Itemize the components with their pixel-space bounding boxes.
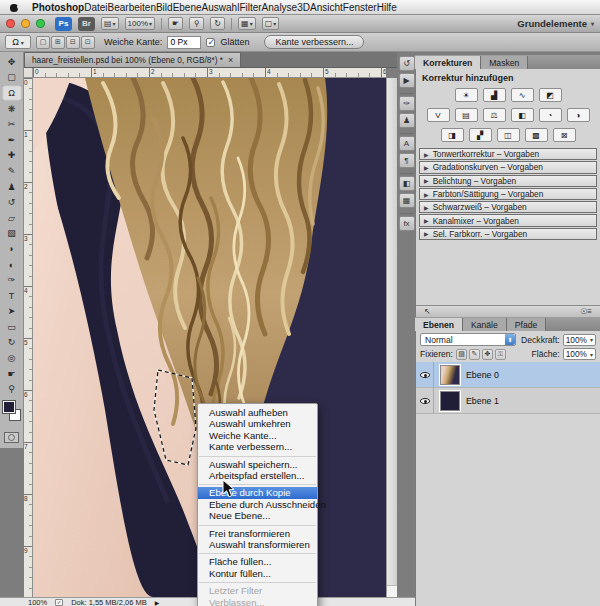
context-menu-item[interactable]: Auswahl speichern...: [198, 459, 317, 470]
view-extras-button[interactable]: ▤▾: [101, 17, 119, 30]
menu-item[interactable]: Photoshop: [32, 2, 84, 13]
apple-logo-icon[interactable]: [10, 2, 19, 12]
intersect-selection-mode[interactable]: ⊡: [81, 36, 95, 49]
curves-icon[interactable]: ∿: [511, 88, 534, 102]
Ebene 0[interactable]: Ebene 0: [416, 362, 600, 388]
feather-input[interactable]: [167, 36, 201, 49]
menu-item[interactable]: Ansicht: [310, 2, 343, 13]
3d-rotate-tool[interactable]: ↻: [2, 335, 22, 351]
context-menu-item[interactable]: Fläche füllen...: [198, 556, 317, 567]
blur-tool[interactable]: ◗: [2, 241, 22, 257]
context-menu-item[interactable]: Arbeitspfad erstellen...: [198, 470, 317, 481]
panel-tab[interactable]: Ebenen: [415, 318, 463, 331]
quick-mask-button[interactable]: [4, 432, 19, 443]
blend-mode-select[interactable]: Normal⬍: [420, 333, 516, 346]
context-menu-item[interactable]: Kontur füllen...: [198, 568, 317, 579]
preset-group[interactable]: ▶Schwarzweiß – Vorgaben: [419, 201, 597, 213]
invert-icon[interactable]: ◨: [441, 128, 464, 142]
styles-panel-icon[interactable]: fx: [399, 216, 415, 231]
healing-brush-tool[interactable]: ✚: [2, 148, 22, 164]
threshold-icon[interactable]: ◫: [497, 128, 520, 142]
context-menu-item[interactable]: Kante verbessern...: [198, 441, 317, 452]
panel-tab[interactable]: Masken: [481, 56, 528, 69]
window-minimize-button[interactable]: [21, 19, 30, 28]
quick-selection-tool[interactable]: ❋: [2, 101, 22, 117]
context-menu-item[interactable]: Letzter Filter: [198, 585, 317, 596]
preset-group[interactable]: ▶Belichtung – Vorgaben: [419, 175, 597, 187]
rotate-view-button[interactable]: ↻: [210, 17, 225, 30]
add-selection-mode[interactable]: ⊞: [51, 36, 65, 49]
posterize-icon[interactable]: ▞: [469, 128, 492, 142]
eyedropper-tool[interactable]: ✒: [2, 132, 22, 148]
clone-source-panel-icon[interactable]: ♟: [399, 113, 415, 128]
disclosure-triangle-icon[interactable]: ▶: [424, 230, 429, 237]
history-panel-icon[interactable]: ↺: [399, 56, 415, 71]
layer-name[interactable]: Ebene 1: [466, 396, 499, 406]
menu-item[interactable]: Analyse: [262, 2, 298, 13]
swatches-panel-icon[interactable]: ▦: [399, 193, 415, 208]
move-tool[interactable]: ✥: [2, 54, 22, 70]
disclosure-triangle-icon[interactable]: ▶: [424, 151, 429, 158]
layer-thumbnail[interactable]: [440, 391, 460, 411]
marquee-tool[interactable]: ▢: [2, 70, 22, 86]
path-selection-tool[interactable]: ➤: [2, 304, 22, 320]
screen-mode-dropdown[interactable]: ▢▾: [262, 17, 280, 30]
color-balance-icon[interactable]: ⚖: [483, 108, 506, 122]
new-selection-mode[interactable]: ▢: [36, 36, 50, 49]
lock-pixels-icon[interactable]: ✎: [469, 349, 480, 360]
window-zoom-button[interactable]: [36, 19, 45, 28]
clone-stamp-tool[interactable]: ♟: [2, 179, 22, 195]
lock-transparency-icon[interactable]: ▨: [456, 349, 467, 360]
context-menu-item[interactable]: Auswahl transformieren: [198, 539, 317, 550]
bridge-launch-button[interactable]: Br: [78, 17, 95, 31]
3d-orbit-tool[interactable]: ◎: [2, 350, 22, 366]
actions-panel-icon[interactable]: ▶: [399, 73, 415, 88]
menu-item[interactable]: Fenster: [343, 2, 377, 13]
context-menu-item[interactable]: Ebene durch Ausschneiden: [198, 499, 317, 510]
context-menu-item[interactable]: Ebene durch Kopie: [198, 487, 317, 498]
layer-visibility-toggle[interactable]: [416, 362, 434, 387]
selective-color-icon[interactable]: ⊠: [553, 128, 576, 142]
layer-visibility-toggle[interactable]: [416, 388, 434, 413]
paragraph-panel-icon[interactable]: ¶: [399, 153, 415, 168]
visibility-toggle-icon[interactable]: ☉≡: [580, 307, 592, 316]
context-menu-item[interactable]: [198, 522, 317, 528]
black-white-icon[interactable]: ◧: [511, 108, 534, 122]
menu-item[interactable]: Ebene: [173, 2, 202, 13]
dodge-tool[interactable]: ◐: [2, 257, 22, 273]
preset-group[interactable]: ▶Kanalmixer – Vorgaben: [419, 214, 597, 226]
lock-position-icon[interactable]: ✥: [482, 349, 493, 360]
color-panel-icon[interactable]: ◧: [399, 176, 415, 191]
hue-saturation-icon[interactable]: ▤: [455, 108, 478, 122]
gradient-tool[interactable]: ▧: [2, 226, 22, 242]
context-menu-item[interactable]: Neue Ebene...: [198, 510, 317, 521]
horizontal-ruler[interactable]: 0123456: [33, 68, 386, 78]
layer-name[interactable]: Ebene 0: [466, 370, 499, 380]
shape-tool[interactable]: ▭: [2, 319, 22, 335]
dock-separator[interactable]: [400, 170, 414, 174]
lasso-tool[interactable]: Ω: [2, 85, 22, 101]
disclosure-triangle-icon[interactable]: ▶: [424, 217, 429, 224]
menu-item[interactable]: Auswahl: [202, 2, 240, 13]
preset-group[interactable]: ▶Farbton/Sättigung – Vorgaben: [419, 188, 597, 200]
brush-tool[interactable]: ✎: [2, 163, 22, 179]
preset-group[interactable]: ▶Sel. Farbkorr. – Vorgaben: [419, 228, 597, 240]
tool-preset-picker[interactable]: Ω▾: [5, 35, 31, 49]
canvas-vertical-scrollbar[interactable]: [386, 78, 397, 597]
antialias-checkbox[interactable]: [206, 38, 215, 47]
pen-tool[interactable]: ✑: [2, 272, 22, 288]
disclosure-triangle-icon[interactable]: ▶: [424, 204, 429, 211]
preset-group[interactable]: ▶Tonwertkorrektur – Vorgaben: [419, 148, 597, 160]
context-menu-item[interactable]: Auswahl aufheben: [198, 407, 317, 418]
context-menu-item[interactable]: Weiche Kante...: [198, 430, 317, 441]
opacity-input[interactable]: 100%▾: [563, 334, 596, 346]
status-zoom-level[interactable]: 100%: [28, 598, 47, 606]
photo-filter-icon[interactable]: ◔: [539, 108, 562, 122]
lock-all-icon[interactable]: ⚿: [495, 349, 506, 360]
brightness-contrast-icon[interactable]: ☀: [455, 88, 478, 102]
context-menu-item[interactable]: [198, 579, 317, 585]
hand-tool[interactable]: ☛: [2, 366, 22, 382]
window-close-button[interactable]: [6, 19, 15, 28]
menu-item[interactable]: Datei: [84, 2, 107, 13]
gradient-map-icon[interactable]: ▩: [525, 128, 548, 142]
